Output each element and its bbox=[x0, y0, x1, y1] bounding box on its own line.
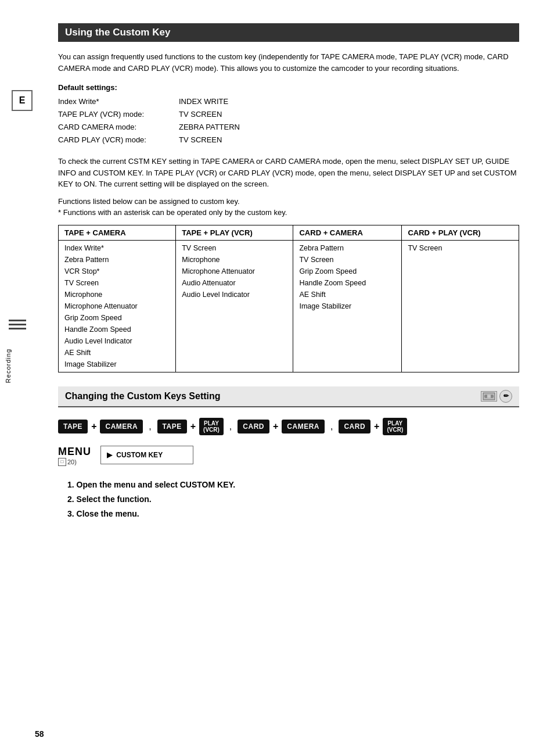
step-2: 2. Select the function. bbox=[67, 492, 519, 507]
sidebar-line-1 bbox=[9, 320, 26, 321]
main-content: Using the Custom Key You can assign freq… bbox=[58, 23, 519, 521]
functions-table: TAPE + CAMERA TAPE + PLAY (VCR) CARD + C… bbox=[58, 225, 519, 372]
table-cell: TV Screen Microphone Microphone Attenuat… bbox=[176, 240, 293, 372]
col-header-2: TAPE + PLAY (VCR) bbox=[176, 225, 293, 240]
card-button-2: CARD bbox=[339, 420, 370, 433]
default-settings: Default settings: Index Write* INDEX WRI… bbox=[58, 83, 519, 146]
description-text: To check the current CSTM KEY setting in… bbox=[58, 156, 519, 190]
changing-title-bar: Changing the Custom Keys Setting ✏ bbox=[58, 386, 519, 407]
table-row: Index Write* Zebra Pattern VCR Stop* TV … bbox=[59, 240, 519, 372]
tape-icon bbox=[481, 391, 497, 402]
table-cell: TV Screen bbox=[402, 240, 519, 372]
menu-custom-key-box: ▶ CUSTOM KEY bbox=[100, 446, 193, 464]
svg-rect-3 bbox=[487, 395, 491, 397]
play-vcr-2-line2: (VCR) bbox=[387, 427, 403, 433]
menu-section: MENU □ 20) ▶ CUSTOM KEY bbox=[58, 446, 519, 466]
settings-value-1: INDEX WRITE bbox=[179, 95, 228, 108]
col-header-4: CARD + PLAY (VCR) bbox=[402, 225, 519, 240]
intro-text: You can assign frequently used functions… bbox=[58, 51, 519, 74]
settings-row-3: CARD CAMERA mode: ZEBRA PATTERN bbox=[58, 121, 519, 134]
play-vcr-button-2: PLAY (VCR) bbox=[383, 418, 407, 435]
sidebar-lines-decoration bbox=[9, 320, 26, 329]
tape-button-1: TAPE bbox=[58, 420, 88, 433]
settings-label-2: TAPE PLAY (VCR) mode: bbox=[58, 108, 174, 121]
comma-2: , bbox=[229, 421, 232, 432]
play-vcr-2-line1: PLAY bbox=[387, 420, 402, 427]
settings-row-4: CARD PLAY (VCR) mode: TV SCREEN bbox=[58, 134, 519, 146]
camera-button-1: CAMERA bbox=[100, 420, 143, 433]
custom-key-text: CUSTOM KEY bbox=[116, 451, 163, 459]
e-label: E bbox=[19, 95, 26, 106]
sidebar-line-2 bbox=[9, 324, 26, 325]
tape-button-2: TAPE bbox=[157, 420, 187, 433]
play-vcr-1-line2: (VCR) bbox=[203, 427, 220, 433]
changing-title: Changing the Custom Keys Setting bbox=[65, 391, 221, 402]
settings-label-4: CARD PLAY (VCR) mode: bbox=[58, 134, 174, 146]
table-cell: Zebra Pattern TV Screen Grip Zoom Speed … bbox=[293, 240, 402, 372]
step-1: 1. Open the menu and select CUSTOM KEY. bbox=[67, 478, 519, 492]
asterisk-text: * Functions with an asterisk can be oper… bbox=[58, 208, 519, 217]
menu-box-icon: □ bbox=[58, 458, 66, 466]
sidebar-line-3 bbox=[9, 328, 26, 329]
menu-arrow: ▶ bbox=[107, 451, 112, 459]
menu-label-block: MENU □ 20) bbox=[58, 446, 91, 466]
play-vcr-1-line1: PLAY bbox=[204, 420, 219, 427]
settings-table: Index Write* INDEX WRITE TAPE PLAY (VCR)… bbox=[58, 95, 519, 146]
plus-2: + bbox=[190, 421, 196, 432]
steps: 1. Open the menu and select CUSTOM KEY. … bbox=[58, 478, 519, 522]
menu-sub: □ 20) bbox=[58, 458, 91, 466]
play-vcr-button-1: PLAY (VCR) bbox=[199, 418, 224, 435]
comma-3: , bbox=[330, 421, 333, 432]
button-row: TAPE + CAMERA , TAPE + PLAY (VCR) , CARD… bbox=[58, 418, 519, 435]
functions-text: Functions listed below can be assigned t… bbox=[58, 197, 519, 206]
pencil-icon: ✏ bbox=[499, 390, 512, 403]
settings-row-1: Index Write* INDEX WRITE bbox=[58, 95, 519, 108]
step-3: 3. Close the menu. bbox=[67, 507, 519, 521]
settings-label-1: Index Write* bbox=[58, 95, 174, 108]
settings-value-3: ZEBRA PATTERN bbox=[179, 121, 240, 134]
menu-label: MENU bbox=[58, 446, 91, 458]
e-box: E bbox=[12, 90, 33, 111]
table-cell: Index Write* Zebra Pattern VCR Stop* TV … bbox=[59, 240, 176, 372]
plus-4: + bbox=[374, 421, 379, 432]
camera-button-2: CAMERA bbox=[282, 420, 325, 433]
section1-title: Using the Custom Key bbox=[58, 23, 519, 42]
settings-value-4: TV SCREEN bbox=[179, 134, 222, 146]
default-settings-title: Default settings: bbox=[58, 83, 519, 92]
menu-page-ref: 20) bbox=[67, 458, 77, 465]
page-number: 58 bbox=[35, 729, 44, 739]
changing-section: Changing the Custom Keys Setting ✏ bbox=[58, 386, 519, 522]
col-header-3: CARD + CAMERA bbox=[293, 225, 402, 240]
comma-1: , bbox=[149, 421, 151, 432]
page: E Recording Using the Custom Key You can… bbox=[0, 0, 554, 756]
sidebar-recording-label: Recording bbox=[5, 349, 12, 383]
changing-title-icons: ✏ bbox=[481, 390, 512, 403]
settings-value-2: TV SCREEN bbox=[179, 108, 222, 121]
sidebar: E Recording bbox=[0, 0, 52, 756]
col-header-1: TAPE + CAMERA bbox=[59, 225, 176, 240]
card-button-1: CARD bbox=[238, 420, 269, 433]
settings-row-2: TAPE PLAY (VCR) mode: TV SCREEN bbox=[58, 108, 519, 121]
plus-3: + bbox=[273, 421, 278, 432]
plus-1: + bbox=[91, 421, 96, 432]
settings-label-3: CARD CAMERA mode: bbox=[58, 121, 174, 134]
